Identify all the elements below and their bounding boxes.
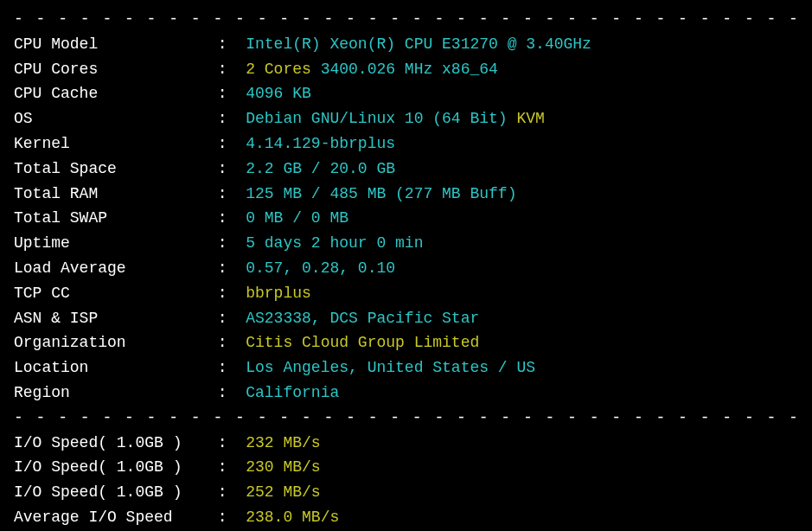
- row-total-swap: Total SWAP : 0 MB / 0 MB: [14, 206, 798, 231]
- value-asn-isp: AS23338, DCS Pacific Star: [246, 306, 479, 331]
- value-io-speed-3: 252 MB/s: [246, 480, 320, 505]
- value-location: Los Angeles, United States / US: [246, 355, 535, 381]
- label-os: OS: [14, 106, 208, 131]
- label-total-swap: Total SWAP: [14, 206, 208, 231]
- row-cpu-cores: CPU Cores : 2 Cores 3400.026 MHz x86_64: [14, 57, 798, 82]
- colon: :: [208, 480, 246, 505]
- label-cpu-cache: CPU Cache: [14, 81, 208, 106]
- row-kernel: Kernel : 4.14.129-bbrplus: [14, 131, 798, 157]
- label-cpu-model: CPU Model: [14, 32, 208, 57]
- label-io-speed-3: I/O Speed( 1.0GB ): [14, 480, 208, 505]
- value-region: California: [246, 381, 339, 406]
- colon: :: [208, 256, 246, 281]
- row-uptime: Uptime : 5 days 2 hour 0 min: [14, 231, 798, 256]
- label-io-speed-1: I/O Speed( 1.0GB ): [14, 431, 208, 456]
- value-io-speed-avg: 238.0 MB/s: [246, 505, 339, 530]
- colon: :: [208, 182, 246, 207]
- value-total-swap: 0 MB / 0 MB: [246, 206, 348, 231]
- row-location: Location : Los Angeles, United States / …: [14, 355, 798, 381]
- label-total-ram: Total RAM: [14, 182, 208, 207]
- colon: :: [208, 106, 246, 131]
- row-region: Region : California: [14, 381, 798, 406]
- colon: :: [208, 381, 246, 406]
- colon: :: [208, 281, 246, 306]
- colon: :: [208, 57, 246, 82]
- colon: :: [208, 431, 246, 456]
- value-kernel: 4.14.129-bbrplus: [246, 131, 395, 157]
- value-total-ram: 125 MB / 485 MB (277 MB Buff): [246, 182, 516, 207]
- colon: :: [208, 206, 246, 231]
- divider-top: - - - - - - - - - - - - - - - - - - - - …: [14, 7, 798, 32]
- value-uptime: 5 days 2 hour 0 min: [246, 231, 423, 256]
- row-io-speed-1: I/O Speed( 1.0GB ) : 232 MB/s: [14, 431, 798, 456]
- row-io-speed-avg: Average I/O Speed : 238.0 MB/s: [14, 505, 798, 530]
- value-os-virt: KVM: [508, 106, 545, 131]
- row-load-avg: Load Average : 0.57, 0.28, 0.10: [14, 256, 798, 281]
- row-os: OS : Debian GNU/Linux 10 (64 Bit) KVM: [14, 106, 798, 131]
- colon: :: [208, 157, 246, 182]
- row-io-speed-2: I/O Speed( 1.0GB ) : 230 MB/s: [14, 455, 798, 480]
- colon: :: [208, 355, 246, 381]
- label-load-avg: Load Average: [14, 256, 208, 281]
- label-io-speed-2: I/O Speed( 1.0GB ): [14, 455, 208, 480]
- value-cpu-model: Intel(R) Xeon(R) CPU E31270 @ 3.40GHz: [246, 32, 591, 57]
- label-location: Location: [14, 355, 208, 381]
- row-asn-isp: ASN & ISP : AS23338, DCS Pacific Star: [14, 306, 798, 331]
- label-cpu-cores: CPU Cores: [14, 57, 208, 82]
- row-cpu-model: CPU Model : Intel(R) Xeon(R) CPU E31270 …: [14, 32, 798, 57]
- row-cpu-cache: CPU Cache : 4096 KB: [14, 81, 798, 106]
- colon: :: [208, 231, 246, 256]
- row-organization: Organization : Citis Cloud Group Limited: [14, 330, 798, 355]
- value-cpu-cores-freq: 3400.026 MHz x86_64: [311, 57, 498, 82]
- colon: :: [208, 330, 246, 355]
- colon: :: [208, 455, 246, 480]
- value-io-speed-1: 232 MB/s: [246, 431, 320, 456]
- row-io-speed-3: I/O Speed( 1.0GB ) : 252 MB/s: [14, 480, 798, 505]
- colon: :: [208, 505, 246, 530]
- divider-mid: - - - - - - - - - - - - - - - - - - - - …: [14, 406, 798, 431]
- value-tcp-cc: bbrplus: [246, 281, 311, 306]
- value-total-space: 2.2 GB / 20.0 GB: [246, 157, 395, 182]
- label-tcp-cc: TCP CC: [14, 281, 208, 306]
- row-total-ram: Total RAM : 125 MB / 485 MB (277 MB Buff…: [14, 182, 798, 207]
- row-tcp-cc: TCP CC : bbrplus: [14, 281, 798, 306]
- value-cpu-cache: 4096 KB: [246, 81, 311, 106]
- label-io-speed-avg: Average I/O Speed: [14, 505, 208, 530]
- label-uptime: Uptime: [14, 231, 208, 256]
- label-asn-isp: ASN & ISP: [14, 306, 208, 331]
- label-kernel: Kernel: [14, 131, 208, 157]
- value-os: Debian GNU/Linux 10 (64 Bit): [246, 106, 507, 131]
- label-region: Region: [14, 381, 208, 406]
- colon: :: [208, 131, 246, 157]
- value-cpu-cores-count: 2 Cores: [246, 57, 311, 82]
- label-organization: Organization: [14, 330, 208, 355]
- value-io-speed-2: 230 MB/s: [246, 455, 320, 480]
- colon: :: [208, 306, 246, 331]
- row-total-space: Total Space : 2.2 GB / 20.0 GB: [14, 157, 798, 182]
- value-load-avg: 0.57, 0.28, 0.10: [246, 256, 395, 281]
- terminal-output: - - - - - - - - - - - - - - - - - - - - …: [0, 0, 812, 531]
- value-organization: Citis Cloud Group Limited: [246, 330, 479, 355]
- colon: :: [208, 81, 246, 106]
- colon: :: [208, 32, 246, 57]
- label-total-space: Total Space: [14, 157, 208, 182]
